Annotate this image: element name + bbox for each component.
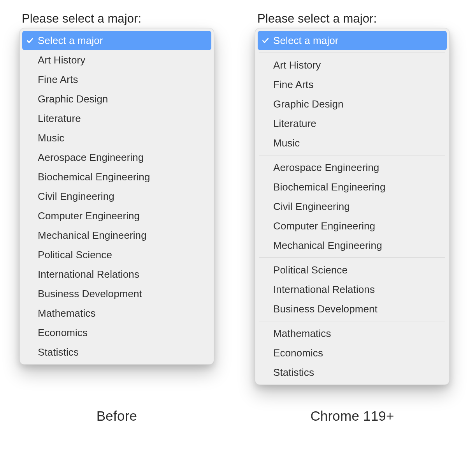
select-popup-before[interactable]: Select a major Art HistoryFine ArtsGraph…: [19, 28, 214, 365]
option[interactable]: Aerospace Engineering: [22, 148, 211, 167]
option-label: Art History: [273, 59, 444, 71]
option[interactable]: Economics: [258, 343, 447, 363]
option-label: Economics: [38, 327, 208, 339]
after-column: Please select a major: Select a major Ar…: [255, 12, 450, 385]
columns: Please select a major: Select a major Ar…: [19, 12, 450, 385]
option-placeholder[interactable]: Select a major: [22, 31, 211, 50]
option[interactable]: Civil Engineering: [22, 187, 211, 206]
option-label: Music: [38, 132, 208, 144]
option[interactable]: Mechanical Engineering: [22, 226, 211, 245]
option-label: Fine Arts: [38, 74, 208, 86]
option[interactable]: Computer Engineering: [22, 206, 211, 226]
option[interactable]: Music: [22, 128, 211, 148]
option[interactable]: Biochemical Engineering: [22, 167, 211, 187]
option-label: Business Development: [38, 288, 208, 300]
option-label: International Relations: [38, 268, 208, 280]
option[interactable]: Fine Arts: [22, 70, 211, 89]
before-column: Please select a major: Select a major Ar…: [19, 12, 214, 365]
option[interactable]: Business Development: [258, 299, 447, 319]
option[interactable]: International Relations: [258, 280, 447, 299]
option[interactable]: Graphic Design: [258, 94, 447, 114]
option[interactable]: Economics: [22, 323, 211, 342]
option[interactable]: Civil Engineering: [258, 197, 447, 216]
option[interactable]: Business Development: [22, 284, 211, 303]
option-label: Graphic Design: [273, 98, 444, 110]
option-label: Mathematics: [273, 328, 444, 340]
option-label: Statistics: [38, 346, 208, 358]
option[interactable]: Mechanical Engineering: [258, 236, 447, 255]
option-label: Select a major: [38, 35, 208, 47]
option-label: Civil Engineering: [273, 201, 444, 213]
option-label: Political Science: [38, 249, 208, 261]
option-label: Mathematics: [38, 307, 208, 319]
comparison-stage: Please select a major: Select a major Ar…: [0, 0, 469, 476]
option[interactable]: Literature: [22, 109, 211, 128]
option[interactable]: Art History: [22, 50, 211, 70]
option-label: Literature: [273, 118, 444, 130]
option-label: Statistics: [273, 367, 444, 379]
option-placeholder[interactable]: Select a major: [258, 31, 447, 50]
prompt-label: Please select a major:: [257, 12, 450, 26]
checkmark-icon: [262, 37, 273, 44]
option[interactable]: Statistics: [22, 342, 211, 362]
option[interactable]: Literature: [258, 114, 447, 133]
option[interactable]: Music: [258, 133, 447, 153]
option[interactable]: Art History: [258, 55, 447, 75]
checkmark-icon: [26, 37, 38, 44]
option[interactable]: Mathematics: [258, 324, 447, 343]
caption-after: Chrome 119+: [255, 408, 450, 424]
select-popup-after[interactable]: Select a major Art HistoryFine ArtsGraph…: [255, 28, 450, 385]
option[interactable]: Political Science: [258, 260, 447, 280]
option-label: Aerospace Engineering: [273, 162, 444, 174]
option-label: Music: [273, 137, 444, 149]
option-label: Civil Engineering: [38, 190, 208, 203]
option-label: International Relations: [273, 284, 444, 296]
option[interactable]: Mathematics: [22, 303, 211, 323]
option-label: Mechanical Engineering: [273, 240, 444, 252]
caption-before: Before: [19, 408, 214, 424]
option[interactable]: Biochemical Engineering: [258, 177, 447, 197]
option-label: Fine Arts: [273, 79, 444, 91]
group-separator: [259, 321, 445, 321]
option-label: Political Science: [273, 264, 444, 276]
group-separator: [259, 53, 445, 53]
option[interactable]: International Relations: [22, 264, 211, 284]
option-label: Economics: [273, 347, 444, 359]
option[interactable]: Graphic Design: [22, 89, 211, 109]
option-label: Select a major: [273, 35, 444, 47]
option[interactable]: Fine Arts: [258, 75, 447, 94]
group-separator: [259, 257, 445, 258]
option-label: Biochemical Engineering: [38, 171, 208, 183]
option-label: Computer Engineering: [38, 210, 208, 222]
option-label: Literature: [38, 113, 208, 125]
option-label: Business Development: [273, 303, 444, 315]
option[interactable]: Aerospace Engineering: [258, 158, 447, 177]
option-label: Aerospace Engineering: [38, 152, 208, 164]
option[interactable]: Computer Engineering: [258, 216, 447, 236]
option-label: Art History: [38, 54, 208, 66]
option[interactable]: Political Science: [22, 245, 211, 264]
option-label: Mechanical Engineering: [38, 229, 208, 242]
caption-row: Before Chrome 119+: [19, 408, 450, 424]
option[interactable]: Statistics: [258, 363, 447, 382]
option-label: Computer Engineering: [273, 220, 444, 232]
prompt-label: Please select a major:: [22, 12, 214, 26]
option-label: Biochemical Engineering: [273, 181, 444, 193]
option-label: Graphic Design: [38, 93, 208, 105]
group-separator: [259, 155, 445, 155]
